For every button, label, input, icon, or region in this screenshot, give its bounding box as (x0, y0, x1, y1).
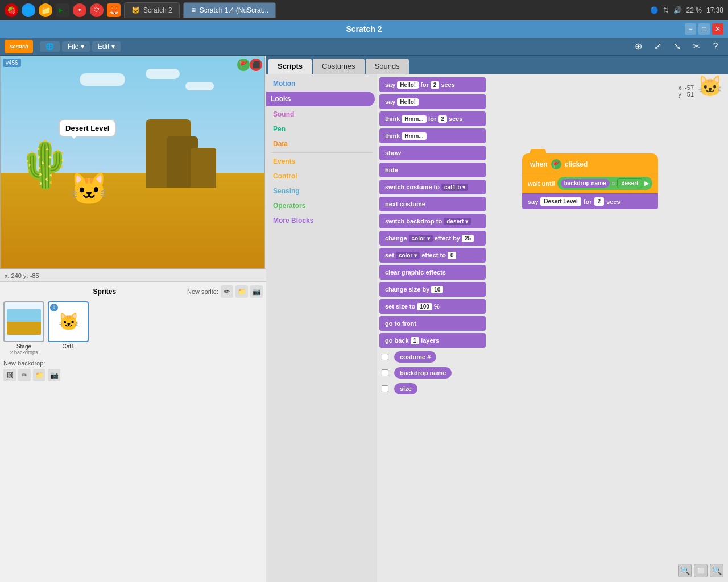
reporter-size[interactable]: size (394, 383, 417, 394)
cloud1 (80, 73, 125, 86)
stage-sprite-item: Stage 2 backdrops (3, 301, 44, 355)
cat1-thumbnail[interactable]: i 🐱 (48, 301, 89, 342)
green-flag-button[interactable]: 🚩 (237, 59, 250, 71)
close-button[interactable]: ✕ (712, 23, 723, 35)
delete-icon[interactable]: ✂ (688, 39, 704, 55)
upload-sprite-icon[interactable]: 📁 (235, 285, 248, 298)
reporter-backdrop-row: backdrop name (379, 366, 486, 380)
help-icon[interactable]: ? (708, 39, 723, 55)
category-looks[interactable]: Looks (266, 92, 375, 106)
fox-icon[interactable]: 🦊 (107, 3, 121, 17)
category-data[interactable]: Data (266, 136, 377, 151)
new-sprite-label: New sprite: (187, 288, 218, 295)
scripts-area[interactable]: 🐱 x: -57 y: -51 when 🚩 clicked (488, 74, 728, 582)
menubar: Scratch 🌐 File ▾ Edit ▾ ⊕ ⤢ ⤡ ✂ ? (0, 38, 728, 56)
block-next-costume[interactable]: next costume (379, 197, 486, 211)
stop-button[interactable]: ⬛ (250, 59, 262, 71)
os-tab-scratch2[interactable]: 🐱 Scratch 2 (124, 2, 180, 18)
cat-sprite[interactable]: 🐱 (69, 173, 109, 205)
terminal-icon[interactable]: ▶_ (56, 3, 69, 17)
sprite-y: y: -51 (678, 91, 694, 98)
category-pen[interactable]: Pen (266, 122, 377, 136)
block-show[interactable]: show (379, 146, 486, 160)
costume-checkbox[interactable] (382, 354, 388, 360)
shield-icon[interactable]: 🛡 (90, 3, 104, 17)
zoom-in-button[interactable]: 🔍 (710, 564, 723, 577)
block-clear-graphic-effects[interactable]: clear graphic effects (379, 265, 486, 280)
tab-sounds[interactable]: Sounds (366, 59, 409, 74)
speech-bubble: Desert Level (59, 119, 116, 137)
rock3 (191, 148, 216, 188)
block-change-size[interactable]: change size by 10 (379, 282, 486, 297)
wait-condition[interactable]: backdrop name = desert ▶ (557, 177, 653, 190)
block-think-hmm[interactable]: think Hmm... (379, 128, 486, 143)
sprite-x: x: -57 (678, 84, 694, 91)
globe-menu-icon[interactable]: 🌐 (40, 41, 60, 52)
draw-sprite-icon[interactable]: ✏ (221, 285, 233, 298)
stage-canvas[interactable]: 🌵 🐱 Desert Level v456 🚩 ⬛ (0, 56, 265, 269)
block-set-size[interactable]: set size to 100 % (379, 299, 486, 314)
wait-until-block[interactable]: wait until backdrop name = desert ▶ (522, 173, 658, 193)
network-icon: ⇅ (663, 6, 669, 14)
battery-indicator: 22 % (686, 6, 702, 14)
zoom-fit-button[interactable]: ⬜ (694, 564, 708, 577)
stage-thumbnail[interactable] (3, 301, 44, 342)
tab-costumes[interactable]: Costumes (313, 59, 365, 74)
camera-sprite-icon[interactable]: 📷 (250, 285, 263, 298)
block-switch-backdrop[interactable]: switch backdrop to desert ▾ (379, 214, 486, 228)
sprite-info-button[interactable]: i (50, 304, 58, 311)
stage-coords: x: 240 y: -85 (0, 269, 266, 281)
backdrop-checkbox[interactable] (382, 369, 388, 376)
category-control[interactable]: Control (266, 169, 377, 184)
minimize-button[interactable]: − (685, 23, 696, 35)
block-set-color-effect[interactable]: set color ▾ effect to 0 (379, 248, 486, 263)
os-tab-scratch14[interactable]: 🖥 Scratch 1.4 (NuScrat... (183, 2, 276, 18)
reporter-backdrop-name[interactable]: backdrop name (394, 367, 452, 379)
maximize-button[interactable]: □ (698, 23, 710, 35)
reporter-costume-row: costume # (379, 350, 486, 364)
blocks-list: say Hello! for 2 secs say Hello! think H… (377, 74, 488, 582)
new-backdrop-section: New backdrop: 🖼 ✏ 📁 📷 (3, 360, 263, 381)
duplicate-icon[interactable]: ⊕ (630, 39, 646, 55)
zoom-out-button[interactable]: 🔍 (678, 564, 692, 577)
burst-icon[interactable]: ✦ (73, 3, 86, 17)
backdrop-upload-icon[interactable]: 📁 (33, 369, 46, 381)
raspberry-icon[interactable]: 🍓 (5, 3, 18, 17)
grow-icon[interactable]: ⤢ (650, 39, 665, 55)
block-change-color-effect[interactable]: change color ▾ effect by 25 (379, 231, 486, 246)
os-taskbar: 🍓 🌐 📁 ▶_ ✦ 🛡 🦊 🐱 Scratch 2 🖥 Scratch 1.4… (0, 0, 728, 20)
block-go-to-front[interactable]: go to front (379, 316, 486, 331)
category-motion[interactable]: Motion (266, 76, 377, 91)
category-sensing[interactable]: Sensing (266, 184, 377, 198)
edit-menu[interactable]: Edit ▾ (92, 41, 121, 52)
block-switch-costume[interactable]: switch costume to cat1-b ▾ (379, 180, 486, 194)
when-flag-hat[interactable]: when 🚩 clicked (522, 153, 658, 173)
app-titlebar: Scratch 2 − □ ✕ (0, 20, 728, 38)
category-more-blocks[interactable]: More Blocks (266, 213, 377, 228)
category-operators[interactable]: Operators (266, 198, 377, 213)
backdrop-draw-icon[interactable]: ✏ (18, 369, 31, 381)
shrink-icon[interactable]: ⤡ (669, 39, 685, 55)
backdrop-camera-icon[interactable]: 📷 (48, 369, 60, 381)
folder-icon[interactable]: 📁 (39, 3, 52, 17)
reporter-costume[interactable]: costume # (394, 351, 436, 363)
globe-os-icon[interactable]: 🌐 (22, 3, 35, 17)
block-think-hmm-secs[interactable]: think Hmm... for 2 secs (379, 111, 486, 126)
file-menu[interactable]: File ▾ (62, 41, 90, 52)
os-system-tray: 🔵 ⇅ 🔊 22 % 17:38 (650, 6, 723, 14)
size-checkbox[interactable] (382, 385, 388, 392)
block-go-back-layers[interactable]: go back 1 layers (379, 333, 486, 348)
backdrop-image-icon[interactable]: 🖼 (3, 369, 16, 381)
category-sound[interactable]: Sound (266, 107, 377, 122)
green-arrow: ▶ (644, 180, 649, 186)
volume-icon: 🔊 (673, 6, 682, 14)
stage-backdrop-count: 2 backdrops (10, 350, 38, 355)
block-say-hello[interactable]: say Hello! (379, 94, 486, 109)
category-events[interactable]: Events (266, 154, 377, 169)
say-desert-level-block[interactable]: say Desert Level for 2 secs (522, 193, 658, 209)
block-say-hello-secs[interactable]: say Hello! for 2 secs (379, 77, 486, 92)
tab-scripts[interactable]: Scripts (268, 59, 312, 74)
cloud2 (146, 69, 180, 79)
cat-illustration: 🐱 (697, 76, 726, 105)
block-hide[interactable]: hide (379, 163, 486, 177)
